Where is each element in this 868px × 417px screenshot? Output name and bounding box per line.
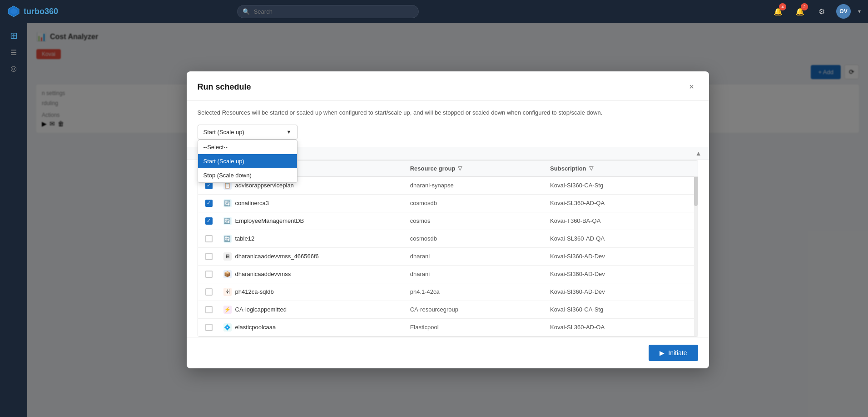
navbar-right: 🔔 4 🔔 2 ⚙ OV ▾ xyxy=(771,4,861,19)
checkbox-7[interactable] xyxy=(205,288,213,296)
table-body: ✓ 📋 advisorappserviceplan dharani-synaps… xyxy=(198,177,698,337)
initiate-button[interactable]: ▶ Initiate xyxy=(649,345,698,361)
search-input[interactable] xyxy=(237,5,419,18)
notification-bell-2[interactable]: 🔔 2 xyxy=(793,4,807,19)
row-name-2: 🔄 conatinerca3 xyxy=(223,199,410,207)
row-sub-9: Kovai-SL360-AD-OA xyxy=(550,324,690,331)
resource-name-9: elasticpoolcaaa xyxy=(235,324,276,331)
row-sub-4: Kovai-SL360-AD-QA xyxy=(550,235,690,242)
run-schedule-modal: Run schedule × Selected Resources will b… xyxy=(187,71,709,368)
collapse-icon[interactable]: ▲ xyxy=(695,150,702,157)
main-area: ⊞ ☰ ◎ 📊 Cost Analyzer Kovai + Add ⟳ n se… xyxy=(0,23,868,417)
checkbox-2[interactable]: ✓ xyxy=(205,200,213,207)
resource-icon-3: 🔄 xyxy=(223,217,232,225)
resource-icon-2: 🔄 xyxy=(223,199,232,207)
resource-name-4: table12 xyxy=(235,235,255,242)
schedule-type-dropdown[interactable]: Start (Scale up) ▼ --Select-- Start (Sca… xyxy=(198,125,298,140)
resource-name-5: dharanicaaddevvmss_466566f6 xyxy=(235,253,319,260)
resource-icon-4: 🔄 xyxy=(223,235,232,243)
resource-icon-7: 🗄 xyxy=(223,288,232,296)
sub-filter-icon[interactable]: ▽ xyxy=(589,165,593,171)
sidebar-icon-1[interactable]: ☰ xyxy=(10,48,17,57)
resource-name-1: advisorappserviceplan xyxy=(235,182,294,189)
resource-icon-5: 🖥 xyxy=(223,252,232,261)
row-checkbox-7[interactable] xyxy=(205,288,223,296)
table-row: ⚡ CA-logicappemitted CA-resourcegroup Ko… xyxy=(198,301,698,319)
navbar: turbo360 🔍 🔔 4 🔔 2 ⚙ OV ▾ xyxy=(0,0,868,23)
modal-header: Run schedule × xyxy=(187,71,709,101)
checkbox-1[interactable]: ✓ xyxy=(205,182,213,189)
row-checkbox-9[interactable] xyxy=(205,324,223,331)
rg-filter-icon[interactable]: ▽ xyxy=(458,165,462,171)
checkbox-5[interactable] xyxy=(205,253,213,260)
row-name-4: 🔄 table12 xyxy=(223,235,410,243)
avatar[interactable]: OV xyxy=(836,4,851,19)
play-icon: ▶ xyxy=(660,349,665,357)
resource-icon-6: 📦 xyxy=(223,270,232,278)
dropdown-option-stop[interactable]: Stop (Scale down) xyxy=(198,168,297,182)
table-row: ✓ 🔄 conatinerca3 cosmosdb Kovai-SL360-AD… xyxy=(198,195,698,212)
resource-icon-8: ⚡ xyxy=(223,306,232,314)
row-sub-5: Kovai-SI360-AD-Dev xyxy=(550,253,690,260)
dropdown-option-select[interactable]: --Select-- xyxy=(198,140,297,154)
th-resource-group: Resource group ▽ xyxy=(410,165,550,172)
dropdown-value: Start (Scale up) xyxy=(203,129,244,136)
modal-controls: Start (Scale up) ▼ --Select-- Start (Sca… xyxy=(187,125,709,147)
resource-icon-9: 💠 xyxy=(223,323,232,332)
settings-icon: ⚙ xyxy=(818,7,825,16)
row-rg-4: cosmosdb xyxy=(410,235,550,242)
row-rg-9: Elasticpool xyxy=(410,324,550,331)
dropdown-option-start[interactable]: Start (Scale up) xyxy=(198,154,297,168)
row-rg-7: ph4.1-42ca xyxy=(410,288,550,295)
table-row: ✓ 🔄 EmployeeManagementDB cosmos Kovai-T3… xyxy=(198,212,698,230)
checkbox-8[interactable] xyxy=(205,306,213,313)
checkbox-4[interactable] xyxy=(205,235,213,242)
notification-badge-1: 4 xyxy=(779,3,786,10)
modal-title: Run schedule xyxy=(198,82,251,92)
app-logo[interactable]: turbo360 xyxy=(7,5,58,18)
row-checkbox-1[interactable]: ✓ xyxy=(205,182,223,189)
modal-description: Selected Resources will be started or sc… xyxy=(187,101,709,125)
table-row: 🔄 table12 cosmosdb Kovai-SL360-AD-QA xyxy=(198,230,698,248)
modal-close-button[interactable]: × xyxy=(685,80,698,93)
user-settings[interactable]: ⚙ xyxy=(814,4,829,19)
th-subscription: Subscription ▽ xyxy=(550,165,690,172)
checkbox-9[interactable] xyxy=(205,324,213,331)
row-sub-7: Kovai-SI360-AD-Dev xyxy=(550,288,690,295)
initiate-label: Initiate xyxy=(668,349,687,357)
resource-name-6: dharanicaaddevvmss xyxy=(235,271,291,277)
row-checkbox-6[interactable] xyxy=(205,271,223,278)
resources-table: Name ▽ Resource group ▽ Subscription ▽ xyxy=(198,160,698,337)
checkbox-3[interactable]: ✓ xyxy=(205,217,213,225)
row-name-9: 💠 elasticpoolcaaa xyxy=(223,323,410,332)
resource-name-8: CA-logicappemitted xyxy=(235,306,287,313)
row-sub-6: Kovai-SI360-AD-Dev xyxy=(550,271,690,277)
row-checkbox-4[interactable] xyxy=(205,235,223,242)
sidebar-home-icon[interactable]: ⊞ xyxy=(10,30,18,41)
modal-footer: ▶ Initiate xyxy=(187,337,709,368)
row-name-6: 📦 dharanicaaddevvmss xyxy=(223,270,410,278)
row-checkbox-2[interactable]: ✓ xyxy=(205,200,223,207)
row-checkbox-3[interactable]: ✓ xyxy=(205,217,223,225)
resource-name-3: EmployeeManagementDB xyxy=(235,217,304,224)
row-sub-1: Kovai-SI360-CA-Stg xyxy=(550,182,690,189)
table-row: 💠 elasticpoolcaaa Elasticpool Kovai-SL36… xyxy=(198,319,698,337)
content-area: 📊 Cost Analyzer Kovai + Add ⟳ n settings… xyxy=(27,23,868,417)
row-rg-6: dharani xyxy=(410,271,550,277)
notification-bell-1[interactable]: 🔔 4 xyxy=(771,4,785,19)
checkbox-6[interactable] xyxy=(205,271,213,278)
app-name: turbo360 xyxy=(24,7,58,16)
search-icon: 🔍 xyxy=(243,8,250,15)
row-sub-3: Kovai-T360-BA-QA xyxy=(550,217,690,224)
resource-name-7: ph412ca-sqldb xyxy=(235,288,274,295)
search-bar[interactable]: 🔍 xyxy=(237,5,419,18)
row-name-7: 🗄 ph412ca-sqldb xyxy=(223,288,410,296)
resource-name-2: conatinerca3 xyxy=(235,200,269,206)
sidebar-icon-2[interactable]: ◎ xyxy=(10,64,17,73)
avatar-label[interactable]: ▾ xyxy=(858,8,861,15)
row-checkbox-8[interactable] xyxy=(205,306,223,313)
notification-badge-2: 2 xyxy=(801,3,808,10)
row-checkbox-5[interactable] xyxy=(205,253,223,260)
row-rg-3: cosmos xyxy=(410,217,550,224)
dropdown-trigger[interactable]: Start (Scale up) ▼ xyxy=(198,125,298,140)
